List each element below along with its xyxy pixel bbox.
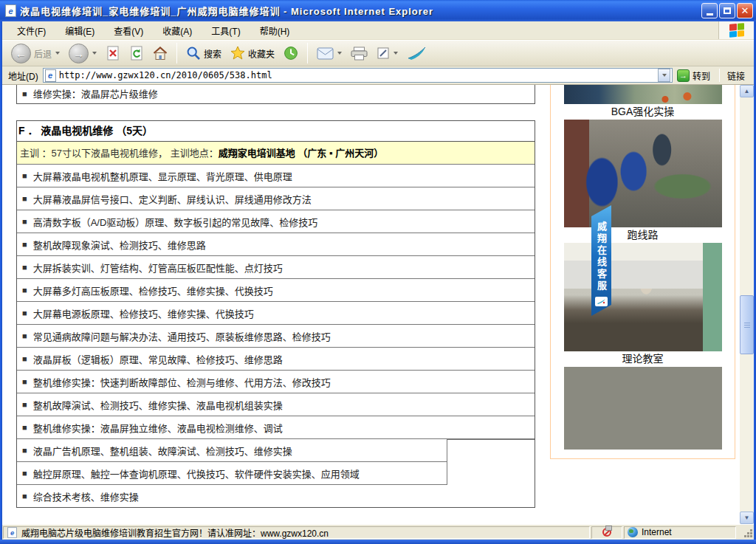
course-item-text: 大屏幕电源板原理、检修技巧、维修实操、代换技巧 <box>33 306 254 320</box>
window-border-left <box>0 21 2 540</box>
refresh-icon <box>129 46 144 61</box>
history-button[interactable] <box>279 44 303 63</box>
popup-blocked-panel[interactable] <box>591 526 622 539</box>
address-input[interactable]: e http://www.gzwx120.cn/2010/0605/538.ht… <box>43 68 673 83</box>
course-item-text: 触控屏原理、触控一体查询机原理、代换技巧、软件硬件安装实操、应用领域 <box>33 466 360 481</box>
stop-button[interactable] <box>101 44 125 63</box>
menu-item[interactable]: 查看(V) <box>105 22 152 39</box>
favorites-button[interactable]: 收藏夹 <box>226 44 279 63</box>
internet-globe-icon <box>628 527 638 537</box>
maximize-icon <box>724 7 731 14</box>
forward-icon: → <box>69 44 89 63</box>
go-button[interactable]: → 转到 <box>677 69 710 82</box>
status-message-panel: e 威翔电脑芯片级电脑维修培训教育招生官方网！请认准网址：www.gzwx120… <box>3 526 590 539</box>
table-row: ■ 维修实操：液晶屏芯片级维修 <box>17 85 535 103</box>
scroll-up-button[interactable]: ▲ <box>740 85 754 97</box>
bullet-icon: ■ <box>22 240 27 249</box>
resize-grip[interactable] <box>743 526 754 539</box>
vertical-scrollbar[interactable]: ▲ ▼ <box>740 85 754 524</box>
bullet-icon: ■ <box>22 263 27 272</box>
status-message: 威翔电脑芯片级电脑维修培训教育招生官方网！请认准网址：www.gzwx120.c… <box>21 526 329 539</box>
minimize-button[interactable] <box>701 3 718 18</box>
photo-sidebar: BGA强化实操 跑线路 理论教室 <box>550 85 735 459</box>
table-row: ■ 高清数字板（A/D驱动板）原理、数字板引起的常见故障、检修技巧 <box>17 210 535 233</box>
scroll-up-icon: ▲ <box>744 88 750 94</box>
search-button[interactable]: 搜索 <box>182 44 226 63</box>
photo-students-crowd <box>564 367 722 450</box>
address-label: 地址(D) <box>8 69 38 82</box>
course-item-text: 常见通病故障问题与解决办法、通用技巧、原装板维修思路、检修技巧 <box>33 329 331 343</box>
course-item-text: 整机维修实操：液晶屏独立维修、液晶电视检测维修、调试 <box>33 421 283 435</box>
online-service-label: 威翔在线客服 <box>594 221 608 292</box>
menu-item[interactable]: 工具(T) <box>202 22 249 39</box>
course-item-text: 大屏幕多灯高压板原理、检修技巧、维修实操、代换技巧 <box>33 283 273 297</box>
course-item-text: 维修实操：液晶屏芯片级维修 <box>33 85 158 103</box>
menu-item[interactable]: 编辑(E) <box>56 22 103 39</box>
edit-button[interactable] <box>372 44 402 62</box>
favorites-label: 收藏夹 <box>248 47 275 60</box>
bullet-icon: ■ <box>22 85 27 103</box>
print-icon <box>351 47 368 61</box>
empty-table-cell <box>447 439 535 485</box>
table-row: ■ 大屏幕多灯高压板原理、检修技巧、维修实操、代换技巧 <box>17 278 535 301</box>
back-dropdown-icon <box>55 52 60 55</box>
back-label: 后退 <box>34 47 52 60</box>
bullet-icon: ■ <box>22 309 27 317</box>
security-zone-panel: Internet <box>624 526 736 539</box>
go-label: 转到 <box>693 69 710 82</box>
back-button[interactable]: ← 后退 <box>7 41 64 66</box>
edit-icon <box>377 47 390 60</box>
course-lead-location: 威翔家电培训基地 （广东 ▪ 广州天河） <box>219 148 383 159</box>
status-page-icon: e <box>7 527 17 537</box>
bullet-icon: ■ <box>22 217 27 226</box>
table-row: ■ 综合技术考核、维修实操 <box>17 484 535 507</box>
go-icon: → <box>677 69 690 82</box>
menu-bar: 文件(F)编辑(E)查看(V)收藏(A)工具(T)帮助(H) <box>2 21 754 40</box>
close-button[interactable]: ✕ <box>737 3 753 18</box>
address-bar: 地址(D) e http://www.gzwx120.cn/2010/0605/… <box>2 66 754 85</box>
course-item-text: 高清数字板（A/D驱动板）原理、数字板引起的常见故障、检修技巧 <box>33 215 318 229</box>
scroll-down-button[interactable]: ▼ <box>740 512 754 524</box>
course-item-text: 液晶屏板（逻辑板）原理、常见故障、检修技巧、维修思路 <box>33 352 283 366</box>
bullet-icon: ■ <box>22 400 27 409</box>
menu-item[interactable]: 帮助(H) <box>251 22 299 39</box>
swoosh-icon <box>407 46 427 61</box>
table-row: ■ 整机故障现象演试、检测技巧、维修思路 <box>17 233 535 255</box>
home-icon <box>153 46 168 61</box>
menu-item[interactable]: 收藏(A) <box>154 22 201 39</box>
forward-button[interactable]: → <box>64 41 101 66</box>
star-icon <box>230 46 245 61</box>
browser-window: e 液晶电视维修培训_家电维修培训_广州威翔电脑维修培训 - Microsoft… <box>0 0 756 544</box>
throbber-panel <box>718 21 754 39</box>
address-dropdown-button[interactable] <box>658 69 670 82</box>
close-icon: ✕ <box>741 6 749 16</box>
table-row: ■ 整机维修实操：快速判断故障部位、检测与维修、代用方法、修改技巧 <box>17 370 535 393</box>
scrollbar-thumb[interactable] <box>740 295 754 354</box>
course-title: F ． 液晶电视机维修 （5天） <box>17 121 535 141</box>
course-item-text: 整机故障演试、检测技巧、维修实操、液晶电视机组装实操 <box>33 398 283 412</box>
messenger-button[interactable] <box>402 44 431 63</box>
page-favicon: e <box>45 69 56 82</box>
toolbar-separator <box>307 43 308 63</box>
refresh-button[interactable] <box>125 44 148 63</box>
chevron-down-icon <box>662 74 667 77</box>
course-item-text: 大屏拆装实训、灯管结构、灯管高压板匹配性能、点灯技巧 <box>33 261 283 275</box>
home-button[interactable] <box>148 44 172 63</box>
table-row: ■ 液晶屏板（逻辑板）原理、常见故障、检修技巧、维修思路 <box>17 347 535 370</box>
course-lead-text: 主训 ：57寸以下液晶电视机维修， 主训地点： <box>20 148 219 159</box>
history-icon <box>284 46 298 61</box>
mail-button[interactable] <box>312 45 346 62</box>
service-logo-icon <box>595 297 608 306</box>
links-label[interactable]: 链接 <box>727 69 745 82</box>
edit-dropdown-icon <box>394 52 398 55</box>
table-row: ■ 大屏幕电源板原理、检修技巧、维修实操、代换技巧 <box>17 301 535 324</box>
maximize-button[interactable] <box>719 3 735 18</box>
print-button[interactable] <box>346 44 372 63</box>
search-icon <box>186 46 201 61</box>
online-service-ribbon[interactable]: 威翔在线客服 <box>591 205 611 316</box>
forward-dropdown-icon <box>92 52 97 55</box>
photo-bga-training <box>564 85 722 104</box>
menu-item[interactable]: 文件(F) <box>8 22 55 39</box>
toolbar-separator <box>176 43 177 63</box>
address-url[interactable]: http://www.gzwx120.cn/2010/0605/538.html <box>59 70 655 80</box>
